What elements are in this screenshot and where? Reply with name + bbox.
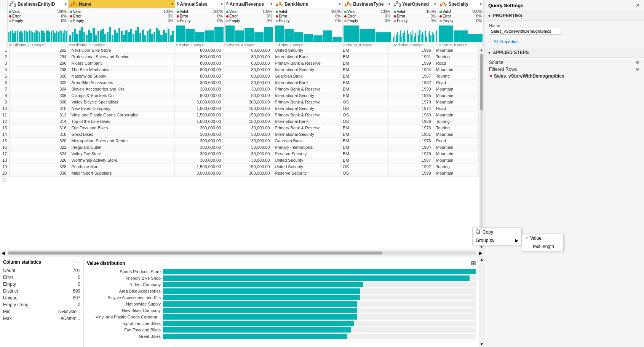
col-header-name[interactable]: Abc Name ▾: [69, 0, 175, 8]
annualrevenue-cell: 80,000.00: [224, 54, 272, 60]
filter-icon-specialty[interactable]: ▾: [480, 2, 482, 6]
row-number-cell: 10: [0, 105, 10, 112]
groupby-textlength-item[interactable]: Text length: [522, 242, 563, 251]
stat-row: Empty0: [3, 281, 80, 288]
specialty-cell: Mountain: [433, 131, 478, 138]
filter-icon-name[interactable]: ▾: [171, 2, 173, 6]
annualsales-cell: 800,000.00: [174, 67, 223, 73]
col-header-yearopened[interactable]: 123 YearOpened ▾: [392, 0, 438, 8]
chart-label-6: 32 distinct, 0 unique: [393, 43, 437, 47]
step-source-gear-icon[interactable]: ⚙: [636, 60, 639, 65]
bankname-cell: Primary Bank & Reserve: [272, 125, 340, 131]
context-copy-item[interactable]: Copy: [473, 228, 521, 236]
yearopened-cell: 1979: [389, 99, 434, 105]
row-number-cell: 11: [0, 112, 10, 118]
context-groupby-item[interactable]: Group by ▶: [473, 236, 521, 245]
filter-icon-businesstype[interactable]: ▾: [388, 2, 390, 6]
step-sales-vstore[interactable]: ✕ Sales_vStoreWithDemographics: [487, 73, 641, 80]
col-header-businessentityid[interactable]: 123 BusinessEntityID ▾: [8, 0, 69, 8]
table-row: 20330Major Sport Suppliers3,000,000.0030…: [0, 170, 479, 177]
horizontal-scrollbar[interactable]: ◀ ▶: [0, 250, 484, 256]
bar-label: Area Bike Accessories: [87, 289, 163, 293]
table-row: 17324Valley Toy Store300,000.0030,000.00…: [0, 151, 479, 157]
table-row: 2294Professional Sales and Service800,00…: [0, 54, 479, 60]
col-header-specialty[interactable]: Abc Specialty ▾: [438, 0, 484, 8]
val-dist-scroll-up[interactable]: ▲: [479, 256, 484, 262]
applied-steps-section-header[interactable]: ▼ APPLIED STEPS: [484, 48, 644, 57]
specialty-cell: Mountain: [433, 144, 478, 151]
annualrevenue-cell: 80,000.00: [224, 73, 272, 80]
type-icon-abc2: Abc: [276, 1, 283, 7]
yearopened-cell: 1994: [389, 67, 434, 73]
val-dist-scrollbar[interactable]: ▲ ▼: [479, 256, 484, 347]
bar-fill: [163, 269, 476, 274]
scroll-up-button[interactable]: ▲: [479, 47, 484, 53]
filter-icon-annualsales[interactable]: ▾: [221, 2, 223, 6]
bankname-cell: Primary Bank & Reserve: [272, 99, 340, 105]
annualrevenue-cell: 30,000.00: [224, 157, 272, 164]
stat-label: Min: [3, 309, 10, 314]
stat-value: 0: [78, 275, 80, 280]
col-header-businesstype[interactable]: Abc BusinessType ▾: [343, 0, 392, 8]
yearopened-cell: 1973: [389, 125, 434, 131]
businesstype-cell: BM: [340, 131, 389, 138]
scroll-right-button[interactable]: ▶: [478, 250, 484, 256]
name-cell: Next-Door Bike Store: [69, 47, 174, 54]
context-menu: Copy Group by ▶: [472, 228, 522, 245]
distribution-bar-row: Vinyl and Plastic Goods Corporat...: [87, 314, 476, 320]
bankname-cell: International Security: [272, 131, 340, 138]
chart-label-3: 5 distinct, 0 unique: [225, 43, 273, 47]
name-cell: Valley Bicycle Specialists: [69, 99, 174, 105]
col-header-annualrevenue[interactable]: $ AnnualRevenue ▾: [225, 0, 274, 8]
annualrevenue-cell: 80,000.00: [224, 67, 272, 73]
name-cell: Vinyl and Plastic Goods Corporation: [69, 112, 174, 118]
specialty-cell: Mountain: [433, 99, 478, 105]
stat-row: MaxeComm...: [3, 315, 80, 322]
distribution-bar-row: Great Bikes: [87, 334, 476, 339]
step-delete-icon[interactable]: ✕: [489, 74, 492, 79]
filter-icon[interactable]: ▾: [65, 2, 67, 6]
step-filtered-rows-gear-icon[interactable]: ⚙: [636, 67, 639, 72]
distribution-bar-row: Bicycle Accessories and Kits: [87, 295, 476, 300]
bankname-cell: United Security: [272, 164, 340, 170]
submenu-arrow-icon: ▶: [515, 238, 518, 243]
filter-icon-yearopened[interactable]: ▾: [434, 2, 436, 6]
yearopened-cell: 1991: [389, 54, 434, 60]
yearopened-cell: 1998: [389, 170, 434, 177]
close-sidebar-button[interactable]: ✕: [636, 2, 640, 8]
specialty-cell: Mountain: [433, 92, 478, 99]
val-dist-scroll-down[interactable]: ▼: [479, 341, 484, 347]
step-filtered-rows[interactable]: Filtered Rows ⚙: [487, 66, 641, 73]
specialty-cell: Touring: [433, 118, 478, 125]
bar-track: [163, 314, 476, 320]
bar-track: [163, 321, 476, 326]
vertical-scrollbar[interactable]: ▲ ▼: [479, 47, 484, 250]
type-icon-abc: Abc: [70, 1, 78, 7]
col-header-annualsales[interactable]: $ AnnualSales ▾: [175, 0, 225, 8]
businessentityid-cell: 330: [10, 170, 69, 177]
properties-section-header[interactable]: ▼ PROPERTIES: [484, 11, 644, 21]
groupby-value-item[interactable]: ✓ Value: [522, 234, 563, 242]
annualrevenue-cell: 80,000.00: [224, 92, 272, 99]
distribution-bar-row: Fun Toys and Bikes: [87, 327, 476, 333]
val-dist-expand-button[interactable]: ⊞: [471, 259, 476, 267]
all-properties-link[interactable]: All Properties: [489, 38, 639, 45]
scroll-left-button[interactable]: ◀: [0, 250, 6, 256]
table-row: 13316Fun Toys and Bikes300,000.0030,000.…: [0, 125, 479, 131]
specialty-cell: Mountain: [433, 112, 478, 118]
chart-label-1: 699 distinct, 697 unique: [69, 43, 174, 47]
row-number-cell: 15: [0, 138, 10, 144]
bankname-cell: United Security: [272, 47, 340, 54]
query-name-input[interactable]: [489, 28, 561, 35]
stat-label: Max: [3, 316, 12, 321]
yearopened-cell: 1999: [389, 60, 434, 67]
filter-icon-bankname[interactable]: ▾: [339, 2, 341, 6]
mini-chart-row: 701 distinct, 701 unique 699 distinct, 6…: [0, 24, 484, 47]
row-number-cell: 1: [0, 47, 10, 54]
table-row: 4298The Bike Mechanics800,000.0080,000.0…: [0, 67, 479, 73]
col-header-bankname[interactable]: Abc BankName ▾: [274, 0, 343, 8]
step-source[interactable]: Source ⚙: [487, 59, 641, 66]
filter-icon-annualrevenue[interactable]: ▾: [270, 2, 272, 6]
col-stats-more-button[interactable]: ···: [74, 259, 80, 265]
annualrevenue-cell: 300,000.00: [224, 99, 272, 105]
